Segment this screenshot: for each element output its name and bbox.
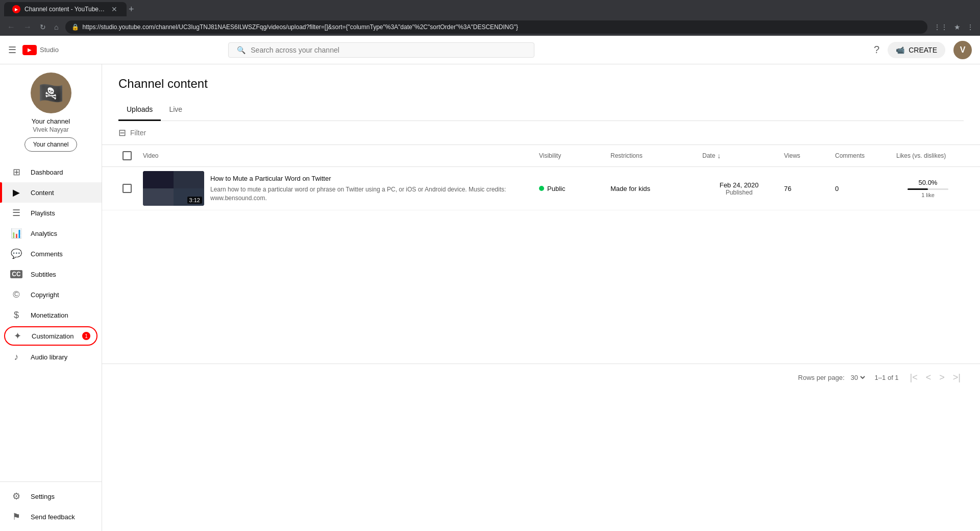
back-button[interactable]: ← <box>4 20 18 34</box>
tab-title: Channel content - YouTube St... <box>24 6 106 13</box>
th-video[interactable]: Video <box>139 145 535 166</box>
visibility-badge: Public <box>539 185 565 192</box>
rows-per-page-select[interactable]: 10 20 30 50 <box>849 373 867 382</box>
bookmark-button[interactable]: ★ <box>952 21 963 33</box>
avatar[interactable]: V <box>953 41 972 59</box>
sidebar-item-label: Customization <box>32 332 74 340</box>
search-icon: 🔍 <box>237 46 246 54</box>
filter-icon-button[interactable]: ⊟ <box>118 127 126 138</box>
prev-page-button[interactable]: < <box>923 370 935 385</box>
pagination-bar: Rows per page: 10 20 30 50 1–1 of 1 |< < <box>102 364 980 391</box>
select-all-checkbox[interactable] <box>122 151 132 160</box>
rows-per-page: Rows per page: 10 20 30 50 <box>798 373 867 382</box>
hamburger-button[interactable]: ☰ <box>8 44 16 56</box>
forward-button[interactable]: → <box>20 20 35 34</box>
monetization-icon: $ <box>10 310 22 321</box>
tab-close-button[interactable]: ✕ <box>110 4 118 14</box>
tab-favicon <box>12 5 20 13</box>
sidebar-item-monetization[interactable]: $ Monetization <box>0 305 102 325</box>
browser-tab[interactable]: Channel content - YouTube St... ✕ <box>4 2 127 16</box>
sidebar-item-content[interactable]: ▶ Content <box>0 182 102 203</box>
home-button[interactable]: ⌂ <box>51 21 61 33</box>
row-date-cell: Feb 24, 2020 Published <box>698 177 780 200</box>
views-value: 76 <box>784 185 791 192</box>
sidebar-item-label: Analytics <box>31 230 57 237</box>
row-video-cell: 3:12 How to Mute a Particular Word on Tw… <box>139 167 535 210</box>
th-views[interactable]: Views <box>780 145 831 166</box>
help-button[interactable]: ? <box>874 44 879 56</box>
search-input[interactable] <box>251 46 526 54</box>
main-content: Channel content Uploads Live ⊟ <box>102 64 980 531</box>
sidebar-footer: ⚙ Settings ⚑ Send feedback <box>0 481 102 531</box>
nav-extras: ⋮⋮ ★ ⋮ <box>932 21 976 33</box>
create-button[interactable]: 📹 CREATE <box>888 42 945 58</box>
restriction-text: Made for kids <box>610 185 650 192</box>
video-thumbnail-container[interactable]: 3:12 <box>143 171 204 206</box>
first-page-button[interactable]: |< <box>907 370 921 385</box>
subtitles-icon: CC <box>10 270 22 278</box>
sidebar-item-label: Settings <box>31 493 55 500</box>
playlists-icon: ☰ <box>10 207 22 219</box>
th-visibility[interactable]: Visibility <box>535 145 606 166</box>
th-restrictions[interactable]: Restrictions <box>606 145 698 166</box>
th-date[interactable]: Date ↓ <box>698 145 780 166</box>
sidebar-item-analytics[interactable]: 📊 Analytics <box>0 223 102 244</box>
customization-icon: ✦ <box>11 330 23 342</box>
tab-uploads[interactable]: Uploads <box>118 99 161 121</box>
sidebar-item-copyright[interactable]: © Copyright <box>0 284 102 305</box>
sidebar-item-label: Monetization <box>31 311 68 319</box>
menu-button[interactable]: ⋮ <box>965 21 976 33</box>
address-bar[interactable]: 🔒 https://studio.youtube.com/channel/UC3… <box>65 20 927 34</box>
sidebar: 🏴‍☠️ Your channel Vivek Nayyar Your chan… <box>0 64 102 531</box>
th-views-label: Views <box>784 152 800 159</box>
tabs-bar: Uploads Live <box>118 99 964 121</box>
extensions-button[interactable]: ⋮⋮ <box>932 21 950 33</box>
date-sub: Published <box>726 189 753 196</box>
sidebar-item-send-feedback[interactable]: ⚑ Send feedback <box>0 506 102 527</box>
sidebar-item-audio-library[interactable]: ♪ Audio library <box>0 347 102 367</box>
nav-bar: ← → ↻ ⌂ 🔒 https://studio.youtube.com/cha… <box>0 18 980 36</box>
next-page-button[interactable]: > <box>936 370 948 385</box>
page-nav-buttons: |< < > >| <box>907 370 964 385</box>
new-tab-button[interactable]: + <box>129 4 134 15</box>
filter-input[interactable] <box>130 129 964 137</box>
customization-badge: 1 <box>82 332 90 340</box>
row-checkbox[interactable] <box>122 184 132 193</box>
row-restriction-cell: Made for kids <box>606 181 698 197</box>
likes-bar <box>908 188 928 190</box>
sidebar-item-subtitles[interactable]: CC Subtitles <box>0 264 102 284</box>
thumb-q3 <box>143 188 174 206</box>
sidebar-item-playlists[interactable]: ☰ Playlists <box>0 203 102 223</box>
th-date-label: Date <box>702 152 715 159</box>
likes-count: 1 like <box>921 192 935 198</box>
th-checkbox[interactable] <box>118 145 139 166</box>
view-channel-button[interactable]: Your channel <box>24 137 78 152</box>
content-icon: ▶ <box>10 187 22 198</box>
date-sort-icon: ↓ <box>717 152 721 160</box>
last-page-button[interactable]: >| <box>950 370 964 385</box>
row-checkbox-cell[interactable] <box>118 180 139 197</box>
sidebar-item-customization[interactable]: ✦ Customization 1 <box>4 326 97 346</box>
yt-logo-icon <box>22 45 37 55</box>
page-info: 1–1 of 1 <box>875 374 899 381</box>
address-text: https://studio.youtube.com/channel/UC3Iu… <box>82 23 921 31</box>
filter-bar: ⊟ <box>102 121 980 145</box>
yt-studio-logo[interactable]: Studio <box>22 45 59 55</box>
sidebar-item-label: Send feedback <box>31 513 75 521</box>
search-bar[interactable]: 🔍 <box>228 42 534 58</box>
audio-library-icon: ♪ <box>10 352 22 363</box>
th-comments[interactable]: Comments <box>831 145 892 166</box>
row-visibility-cell: Public <box>535 181 606 197</box>
tab-live[interactable]: Live <box>161 99 190 121</box>
channel-avatar[interactable]: 🏴‍☠️ <box>31 73 71 113</box>
sidebar-item-settings[interactable]: ⚙ Settings <box>0 486 102 506</box>
sidebar-item-label: Content <box>31 189 54 197</box>
reload-button[interactable]: ↻ <box>37 21 49 33</box>
sidebar-item-label: Subtitles <box>31 271 56 278</box>
th-likes[interactable]: Likes (vs. dislikes) <box>892 145 964 166</box>
table-row: 3:12 How to Mute a Particular Word on Tw… <box>102 167 980 210</box>
sidebar-item-dashboard[interactable]: ⊞ Dashboard <box>0 162 102 182</box>
row-comments-cell: 0 <box>831 181 892 197</box>
sidebar-item-comments[interactable]: 💬 Comments <box>0 244 102 264</box>
video-description: Learn how to mute a particular word or p… <box>210 185 531 203</box>
